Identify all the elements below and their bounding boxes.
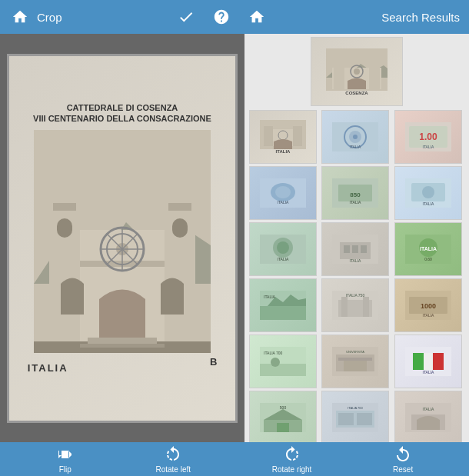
- stamp-thumb-featured[interactable]: COSENZA: [311, 37, 403, 106]
- stamp-mini-svg: ITALIA: [332, 122, 378, 151]
- search-results-label: Search Results: [381, 11, 460, 24]
- stamp-thumb[interactable]: ITALIA: [394, 166, 462, 220]
- svg-text:UNIVERSITA: UNIVERSITA: [346, 350, 364, 354]
- rotate-right-button[interactable]: Rotate right: [272, 445, 312, 474]
- svg-text:ITALIA: ITALIA: [264, 295, 276, 299]
- stamp-thumb[interactable]: ITALIA: [394, 335, 462, 388]
- svg-rect-23: [334, 62, 344, 89]
- results-grid: ITALIA ITALIA: [248, 108, 466, 442]
- svg-rect-7: [168, 203, 191, 211]
- svg-text:ITALIA: ITALIA: [350, 145, 362, 149]
- svg-text:850: 850: [351, 191, 361, 198]
- flip-button[interactable]: Flip: [56, 445, 75, 474]
- stamp-thumb[interactable]: ITALIA 0.60: [394, 222, 462, 276]
- svg-text:ITALIA: ITALIA: [422, 407, 434, 411]
- svg-text:ITALIA: ITALIA: [422, 313, 434, 318]
- stamp-value: B: [210, 356, 217, 374]
- stamp-thumb[interactable]: ITALIA: [321, 110, 389, 164]
- svg-point-55: [277, 241, 289, 254]
- home-icon-left[interactable]: [9, 6, 31, 28]
- stamp-thumb[interactable]: ITALIA 700: [249, 335, 317, 388]
- featured-stamp-img: [326, 48, 388, 91]
- reset-label: Reset: [393, 465, 413, 474]
- svg-rect-92: [433, 353, 444, 370]
- stamp-thumb[interactable]: ITALIA 750: [321, 278, 389, 332]
- svg-rect-18: [88, 338, 157, 344]
- stamp-mini-svg: ITALIA: [260, 235, 306, 264]
- svg-text:ITALIA: ITALIA: [278, 257, 290, 261]
- svg-rect-91: [424, 353, 433, 370]
- svg-rect-68: [260, 306, 306, 320]
- svg-rect-29: [264, 126, 273, 146]
- right-panel[interactable]: COSENZA ITALIA: [244, 34, 469, 442]
- featured-result: COSENZA: [248, 37, 466, 106]
- crop-label: Crop: [37, 11, 62, 24]
- stamp-mini-svg: ITALIA 700: [260, 347, 306, 376]
- svg-rect-97: [277, 423, 289, 432]
- stamp-mini-svg: ITALIA 0.60: [405, 235, 451, 264]
- rotate-right-label: Rotate right: [272, 465, 312, 474]
- stamp-country: ITALIA: [28, 362, 68, 374]
- flip-label: Flip: [59, 465, 72, 474]
- help-icon[interactable]: [211, 6, 232, 28]
- stamp-thumb[interactable]: ITALIA: [321, 222, 389, 276]
- stamp-thumb[interactable]: ITALIA: [394, 391, 462, 442]
- main-content: CATTEDRALE DI COSENZA VIII CENTENARIO DE…: [0, 34, 469, 442]
- svg-text:1000: 1000: [421, 302, 436, 310]
- svg-rect-24: [369, 62, 380, 89]
- rotate-left-button[interactable]: Rotate left: [155, 445, 191, 474]
- header: Crop Search Results: [0, 0, 469, 34]
- stamp-thumb[interactable]: ITALIA: [249, 166, 317, 220]
- svg-text:ITALIA: ITALIA: [420, 246, 437, 251]
- stamp-thumb[interactable]: ITALIA 700: [321, 391, 389, 442]
- svg-point-35: [353, 135, 358, 139]
- stamp-mini-svg: [260, 120, 306, 149]
- svg-rect-15: [57, 218, 72, 238]
- home-icon-center[interactable]: [246, 6, 268, 28]
- svg-rect-19: [80, 344, 165, 348]
- svg-text:ITALIA: ITALIA: [422, 370, 434, 374]
- svg-rect-74: [363, 297, 369, 317]
- check-icon[interactable]: [175, 6, 197, 28]
- cathedral-svg: [34, 130, 211, 353]
- svg-text:ITALIA 700: ITALIA 700: [264, 351, 283, 355]
- svg-text:ITALIA: ITALIA: [422, 145, 434, 149]
- stamp-mini-svg: ITALIA: [332, 235, 378, 264]
- svg-text:ITALIA 750: ITALIA 750: [346, 293, 365, 298]
- stamp-thumb[interactable]: 850 ITALIA: [321, 166, 389, 220]
- svg-rect-59: [344, 245, 350, 253]
- svg-rect-81: [260, 364, 306, 376]
- svg-text:1.00: 1.00: [419, 131, 437, 142]
- svg-text:ITALIA: ITALIA: [278, 200, 290, 205]
- stamp-mini-svg: UNIVERSITA: [332, 347, 378, 376]
- header-right: Search Results: [381, 11, 460, 24]
- stamp-thumb[interactable]: ITALIA: [249, 278, 317, 332]
- stamp-thumb[interactable]: 1000 ITALIA: [394, 278, 462, 332]
- svg-point-26: [354, 68, 360, 75]
- stamp-thumb[interactable]: UNIVERSITA: [321, 335, 389, 388]
- stamp-thumb[interactable]: ITALIA: [249, 222, 317, 276]
- stamp-mini-svg: ITALIA: [260, 291, 306, 320]
- stamp-thumb[interactable]: ITALIA: [249, 110, 317, 164]
- svg-rect-60: [352, 245, 358, 253]
- svg-rect-61: [361, 245, 367, 253]
- svg-point-82: [271, 358, 280, 367]
- svg-rect-90: [413, 353, 424, 370]
- svg-text:ITALIA: ITALIA: [350, 200, 362, 205]
- stamp-mini-svg: 850 ITALIA: [332, 178, 378, 208]
- header-center: [175, 6, 268, 28]
- rotate-left-label: Rotate left: [155, 465, 191, 474]
- svg-point-43: [275, 186, 291, 198]
- reset-button[interactable]: Reset: [393, 445, 413, 474]
- stamp-inner: CATTEDRALE DI COSENZA VIII CENTENARIO DE…: [9, 56, 235, 421]
- svg-text:0.60: 0.60: [424, 257, 432, 261]
- svg-rect-101: [338, 413, 354, 425]
- svg-point-51: [422, 186, 434, 198]
- stamp-mini-svg: 500: [260, 403, 306, 432]
- svg-rect-30: [293, 126, 302, 146]
- stamp-thumb[interactable]: 500: [249, 391, 317, 442]
- svg-rect-86: [338, 358, 372, 361]
- stamp-mini-svg: ITALIA: [405, 347, 451, 376]
- stamp-mini-svg: ITALIA 700: [332, 403, 378, 432]
- stamp-thumb[interactable]: 1.00 ITALIA: [394, 110, 462, 164]
